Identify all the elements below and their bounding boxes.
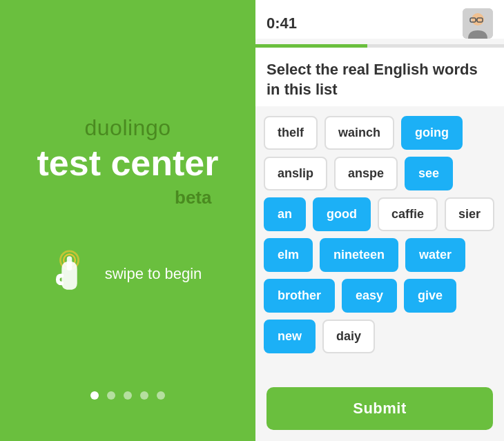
word-chip-brother[interactable]: brother [264,279,335,313]
hand-icon [54,250,95,298]
beta-label: beta [37,187,212,208]
word-chip-good[interactable]: good [313,197,371,231]
swipe-label: swipe to begin [105,265,202,283]
word-chip-easy[interactable]: easy [342,279,397,313]
word-chip-caffie[interactable]: caffie [378,197,438,231]
swipe-container[interactable]: swipe to begin [54,250,202,298]
word-chip-elm[interactable]: elm [264,238,313,272]
word-chip-anspe[interactable]: anspe [334,157,398,190]
word-chip-daiy[interactable]: daiy [322,320,375,353]
pagination-dots [90,391,165,400]
words-section: thelfwainchgoinganslipanspeseeangoodcaff… [255,106,504,379]
word-chip-give[interactable]: give [404,279,456,313]
app-title: test center [37,144,219,183]
word-chip-sier[interactable]: sier [445,197,494,231]
dot-5[interactable] [157,391,165,400]
submit-button[interactable]: Submit [266,387,493,430]
word-chip-an[interactable]: an [264,197,306,231]
timer-display: 0:41 [266,14,297,32]
word-chip-water[interactable]: water [405,238,465,272]
dot-1[interactable] [90,391,99,400]
question-text: Select the real English words in this li… [266,60,493,99]
word-chip-thelf[interactable]: thelf [264,116,318,150]
word-chip-going[interactable]: going [401,116,463,150]
dot-4[interactable] [140,391,148,400]
words-grid: thelfwainchgoinganslipanspeseeangoodcaff… [264,116,496,353]
right-panel: 0:41 Select the real English words in th… [255,0,504,441]
brand-name: duolingo [37,115,219,141]
word-chip-nineteen[interactable]: nineteen [320,238,398,272]
submit-section: Submit [255,379,504,441]
word-chip-new[interactable]: new [264,320,316,353]
svg-rect-2 [66,256,71,271]
left-panel: duolingo test center beta swipe to begin [0,0,255,441]
word-chip-see[interactable]: see [405,157,453,190]
dot-3[interactable] [124,391,132,400]
word-chip-anslip[interactable]: anslip [264,157,327,190]
dot-2[interactable] [107,391,115,400]
word-chip-wainch[interactable]: wainch [324,116,394,150]
timer-bar: 0:41 [255,0,504,39]
brand-container: duolingo test center beta [37,115,219,208]
avatar [463,8,493,39]
question-section: Select the real English words in this li… [255,48,504,106]
